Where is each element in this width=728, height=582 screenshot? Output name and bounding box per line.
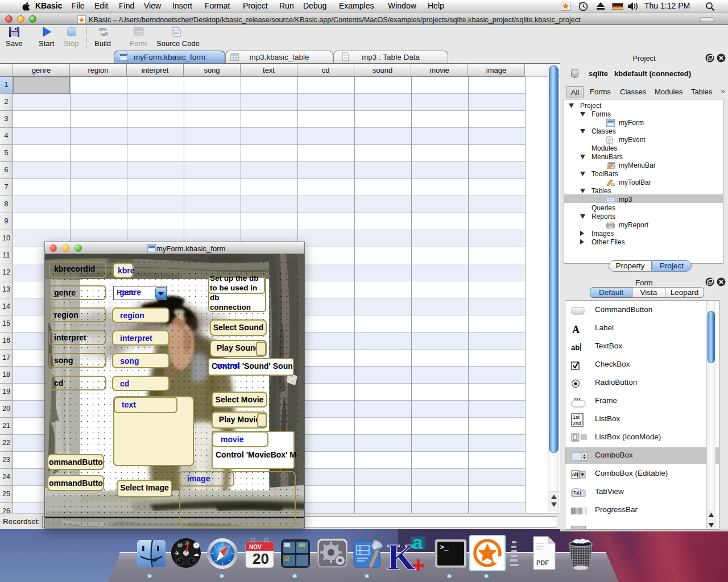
svg-text:ab: ab — [571, 343, 580, 352]
svg-text:a: a — [412, 535, 423, 555]
svg-text:>_: >_ — [440, 543, 449, 552]
svg-text:2nd: 2nd — [573, 421, 581, 426]
svg-text:20: 20 — [253, 550, 269, 567]
svg-text:🕓: 🕓 — [193, 542, 200, 549]
svg-text:1st: 1st — [573, 414, 580, 420]
svg-text:+: + — [412, 552, 425, 573]
svg-text:PDF: PDF — [536, 559, 549, 566]
svg-text:NOV: NOV — [249, 544, 262, 550]
svg-text:♫: ♫ — [184, 539, 189, 546]
svg-text:✈: ✈ — [175, 550, 179, 556]
svg-text:☁: ☁ — [193, 551, 199, 557]
svg-text:A: A — [572, 325, 580, 334]
svg-text:Tab: Tab — [573, 490, 581, 496]
svg-text:@: @ — [177, 542, 183, 548]
